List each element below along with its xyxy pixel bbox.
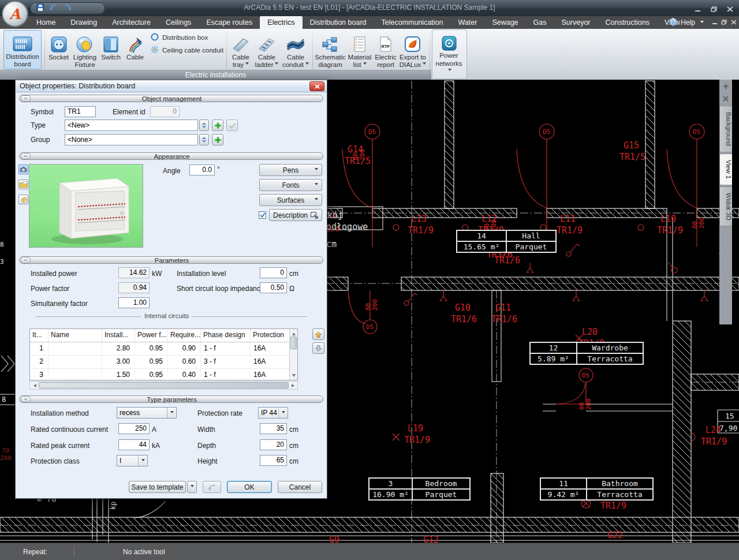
table-row[interactable]: 31.500.950.401 - f16A [30, 369, 297, 382]
switch-button[interactable]: Switch [99, 30, 122, 69]
save-to-template-button[interactable]: Save to template [129, 481, 186, 493]
column-header[interactable]: Install... [102, 329, 135, 342]
add-view-icon[interactable] [719, 80, 732, 92]
tab-ceilings[interactable]: Ceilings [158, 16, 199, 29]
help-menu[interactable]: Help [681, 18, 695, 27]
group-combobox[interactable]: <None> [65, 134, 198, 145]
internal-circuits-table[interactable]: It...NameInstall...Power f...Require...P… [29, 328, 298, 380]
cable-conduit-dropdown-icon[interactable] [305, 62, 309, 66]
tab-surveyor[interactable]: Surveyor [554, 16, 598, 29]
type-add-button[interactable] [212, 120, 223, 131]
depth-input[interactable]: 20 [260, 439, 287, 450]
impedance-input[interactable]: 0.50 [260, 282, 287, 293]
repeat-label[interactable]: Repeat: [23, 548, 47, 556]
tab-electrics[interactable]: Electrics [260, 16, 302, 29]
collapse-chevron-icon[interactable] [21, 95, 31, 102]
rated-continuous-current-input[interactable]: 250 [118, 423, 150, 434]
save-to-template-dropdown-button[interactable] [187, 481, 197, 493]
section-object-management[interactable]: Object management [19, 95, 323, 102]
preview-3d-button[interactable] [18, 195, 28, 204]
symbol-input[interactable]: TR1 [65, 106, 96, 117]
socket-button[interactable]: Socket [46, 30, 71, 69]
tab-drawing[interactable]: Drawing [63, 16, 104, 29]
titlebar[interactable]: ArCADia 5.5 EN - test EN [L01] - [ArCADi… [0, 0, 739, 17]
angle-input[interactable]: 0.0 [189, 165, 215, 176]
preview-open-button[interactable] [18, 180, 28, 189]
protection-class-select[interactable]: I [117, 455, 148, 466]
material-list-dropdown-icon[interactable] [363, 62, 367, 66]
collapse-chevron-icon[interactable] [21, 153, 31, 159]
tab-escape-routes[interactable]: Escape routes [199, 16, 260, 29]
simultaneity-input[interactable]: 1.00 [118, 297, 150, 308]
width-input[interactable]: 35 [260, 423, 287, 434]
cable-tray-button[interactable]: Cable tray [229, 30, 253, 69]
tab-sewage[interactable]: Sewage [484, 16, 525, 29]
export-to-dialux-dropdown-icon[interactable] [423, 62, 426, 66]
group-spin-button[interactable] [199, 134, 209, 145]
table-row[interactable]: 23.000.950.603 - f16A [30, 356, 297, 369]
schematic-diagram-button[interactable]: Schematic diagram [315, 30, 346, 69]
move-row-up-button[interactable] [312, 328, 324, 340]
view-tab-widok-3d[interactable]: Widok 3D [719, 186, 732, 227]
move-row-down-button[interactable] [312, 342, 324, 354]
tab-distribution-board[interactable]: Distribution board [303, 16, 374, 29]
type-spin-button[interactable] [199, 120, 209, 131]
mdi-restore-icon[interactable] [721, 18, 727, 27]
view-tab-background[interactable]: Background [719, 106, 732, 152]
cancel-button[interactable]: Cancel [278, 481, 322, 493]
collapse-chevron-icon[interactable] [21, 396, 31, 402]
distribution-box-button[interactable]: Distribution box [150, 32, 208, 43]
ok-button[interactable]: OK [227, 481, 272, 493]
description-button[interactable]: Description [269, 209, 322, 221]
column-header[interactable]: Name [48, 329, 102, 342]
mdi-close-icon[interactable] [731, 18, 737, 27]
table-row[interactable]: 12.800.950.901 - f16A [30, 342, 297, 356]
cable-tray-dropdown-icon[interactable] [245, 62, 249, 66]
fonts-button[interactable]: Fonts [259, 179, 322, 191]
section-type-parameters[interactable]: Type parameters [19, 395, 323, 403]
column-header[interactable]: Phase design [201, 329, 251, 342]
installation-level-input[interactable]: 0 [260, 267, 287, 278]
electric-report-button[interactable]: RTF Electric report [374, 30, 397, 69]
power-networks-dropdown-icon[interactable] [448, 69, 451, 73]
preview-photo-button[interactable] [18, 165, 28, 174]
column-header[interactable]: Protection [251, 329, 291, 342]
power-networks-button[interactable]: Power networks [433, 33, 465, 73]
group-add-button[interactable] [212, 134, 223, 145]
tab-constructions[interactable]: Constructions [598, 16, 657, 29]
lighting-fixture-button[interactable]: Lighting Fixture [72, 30, 98, 69]
minimize-icon[interactable] [695, 4, 701, 14]
column-header[interactable]: Require... [168, 329, 201, 342]
material-list-button[interactable]: Material list [346, 30, 373, 69]
cable-ladder-button[interactable]: Cable ladder [254, 30, 279, 69]
tab-gas[interactable]: Gas [526, 16, 554, 29]
tab-water[interactable]: Water [451, 16, 485, 29]
description-checkbox[interactable] [259, 211, 266, 219]
close-icon[interactable] [727, 4, 733, 14]
type-combobox[interactable]: <New> [65, 120, 198, 131]
view-tab-view-1[interactable]: View 1 [719, 154, 732, 185]
protection-rate-select[interactable]: IP 44 [258, 407, 288, 419]
close-view-icon[interactable] [719, 92, 732, 105]
column-header[interactable]: Power f... [135, 329, 168, 342]
tab-telecommunication[interactable]: Telecommunication [374, 16, 451, 29]
cable-ladder-dropdown-icon[interactable] [275, 62, 278, 66]
dialog-close-button[interactable] [309, 81, 324, 91]
surfaces-button[interactable]: Surfaces [259, 194, 322, 206]
collapse-chevron-icon[interactable] [21, 257, 31, 263]
export-to-dialux-button[interactable]: Export to DIALux [397, 30, 428, 69]
type-accept-button[interactable] [226, 120, 238, 131]
cable-conduit-button[interactable]: Cable conduit [281, 30, 311, 69]
mdi-minimize-icon[interactable] [712, 18, 718, 27]
tab-architecture[interactable]: Architecture [104, 16, 158, 29]
tab-home[interactable]: Home [29, 16, 63, 29]
application-menu-button[interactable]: A [2, 1, 28, 27]
height-input[interactable]: 65 [260, 455, 287, 466]
section-parameters[interactable]: Parameters [19, 256, 323, 264]
distribution-board-button[interactable]: Distribution board [3, 30, 42, 69]
ceiling-cable-conduit-button[interactable]: Ceiling cable conduit [150, 45, 223, 55]
cable-button[interactable]: Cable [124, 30, 147, 69]
pens-button[interactable]: Pens [259, 164, 322, 176]
installation-method-select[interactable]: recess [117, 407, 177, 419]
rated-peak-current-input[interactable]: 44 [118, 439, 150, 450]
